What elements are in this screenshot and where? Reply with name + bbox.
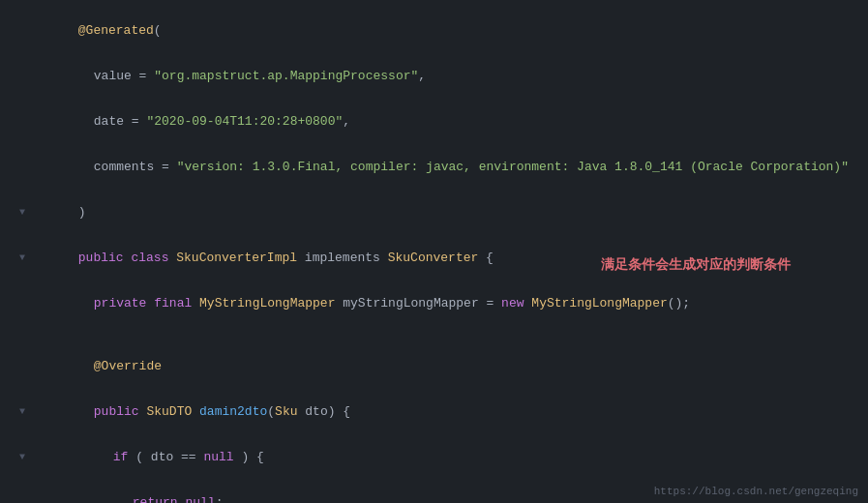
code-line-1: @Generated( — [0, 8, 868, 53]
footer-url: https://blog.csdn.net/gengzeqing — [654, 486, 858, 497]
code-line-8 — [0, 326, 868, 343]
code-line-2: value = "org.mapstruct.ap.MappingProcess… — [0, 53, 868, 99]
code-line-10: ▼ public SkuDTO damin2dto(Sku dto) { — [0, 389, 868, 434]
annotation-text: 满足条件会生成对应的判断条件 — [601, 256, 791, 274]
fold-icon-10: ▼ — [15, 406, 29, 417]
code-line-4: comments = "version: 1.3.0.Final, compil… — [0, 144, 868, 190]
fold-icon-5: ▼ — [15, 207, 29, 218]
line-content-1: @Generated( — [29, 9, 868, 52]
code-line-11: ▼ if ( dto == null ) { — [0, 434, 868, 480]
code-line-3: date = "2020-09-04T11:20:28+0800", — [0, 99, 868, 144]
code-line-7: private final MyStringLongMapper myStrin… — [0, 281, 868, 326]
fold-icon-6: ▼ — [15, 252, 29, 263]
fold-icon-11: ▼ — [15, 452, 29, 462]
code-editor: @Generated( value = "org.mapstruct.ap.Ma… — [0, 0, 868, 503]
code-line-5: ▼ ) — [0, 190, 868, 235]
code-line-9: @Override — [0, 343, 868, 389]
